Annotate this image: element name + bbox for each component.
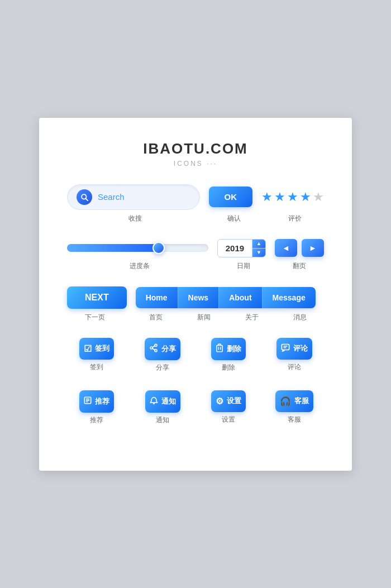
- comment-icon: [281, 343, 290, 354]
- delete-label-btn: 删除: [227, 344, 241, 354]
- rating-stars[interactable]: ★ ★ ★ ★ ★: [261, 190, 324, 204]
- support-icon: 🎧: [280, 396, 291, 407]
- progress-bar-wrap[interactable]: [67, 244, 208, 252]
- nav-tabs[interactable]: Home News About Message: [136, 287, 316, 308]
- checkin-icon: ☑: [84, 343, 92, 354]
- tab-home-label: 首页: [149, 313, 163, 322]
- tabs-labels: 首页 新闻 关于 消息: [132, 313, 324, 322]
- next-button[interactable]: NEXT: [67, 286, 127, 309]
- notify-label-btn: 通知: [161, 396, 176, 407]
- svg-rect-13: [282, 344, 289, 350]
- notify-sub-label: 通知: [156, 415, 169, 425]
- star-2: ★: [274, 190, 285, 204]
- section-actions-2: 推荐 推荐 通知 通知: [67, 390, 324, 425]
- pagination-label: 翻页: [275, 261, 324, 271]
- row-search: Search OK ★ ★ ★ ★ ★: [67, 184, 324, 210]
- row-nav: NEXT Home News About Message: [67, 286, 324, 309]
- next-icon: ►: [309, 243, 317, 252]
- section-search: Search OK ★ ★ ★ ★ ★ 收搜 确认 评价: [67, 184, 324, 223]
- delete-sub-label: 删除: [222, 363, 235, 372]
- notify-button[interactable]: 通知: [145, 390, 180, 413]
- recommend-label-btn: 推荐: [95, 396, 109, 407]
- next-page-button[interactable]: ►: [302, 239, 324, 257]
- settings-label-btn: 设置: [227, 396, 241, 406]
- notify-icon: [150, 396, 158, 407]
- row-search-labels: 收搜 确认 评价: [67, 214, 324, 223]
- section-progress: 2019 ▲ ▼ ◄ ► 进度条 日期 翻页: [67, 239, 324, 271]
- action-col-notify: 通知 通知: [133, 390, 192, 425]
- svg-line-5: [152, 348, 155, 350]
- progress-label: 进度条: [67, 261, 212, 271]
- star-3: ★: [287, 190, 298, 204]
- progress-track: [67, 244, 208, 252]
- site-title: IBAOTU.COM: [67, 140, 324, 157]
- delete-icon: [216, 343, 223, 355]
- settings-icon: ⚙: [216, 396, 223, 407]
- comment-label-btn: 评论: [293, 343, 308, 353]
- prev-page-button[interactable]: ◄: [275, 239, 297, 257]
- action-col-share: 分享 分享: [133, 338, 192, 372]
- tab-about-label: 关于: [245, 313, 259, 322]
- site-subtitle: ICONS ···: [67, 160, 324, 168]
- comment-sub-label: 评论: [288, 362, 301, 372]
- page-nav[interactable]: ◄ ►: [275, 239, 324, 257]
- share-sub-label: 分享: [156, 363, 169, 372]
- header: IBAOTU.COM ICONS ···: [67, 140, 324, 168]
- section-actions-1: ☑ 签到 签到 分享 分享: [67, 338, 324, 372]
- tab-news-label: 新闻: [197, 313, 211, 322]
- next-wrap: NEXT: [67, 286, 127, 309]
- share-button[interactable]: 分享: [145, 338, 180, 360]
- date-picker[interactable]: 2019 ▲ ▼: [217, 239, 266, 257]
- share-icon: [149, 343, 158, 355]
- delete-button[interactable]: 删除: [211, 338, 246, 360]
- progress-thumb[interactable]: [152, 242, 165, 254]
- star-4: ★: [300, 190, 311, 204]
- svg-rect-7: [217, 345, 222, 351]
- action-grid-1: ☑ 签到 签到 分享 分享: [67, 338, 324, 372]
- svg-point-3: [150, 347, 152, 349]
- action-col-settings: ⚙ 设置 设置: [199, 390, 258, 425]
- rating-label: 评价: [265, 214, 324, 223]
- svg-line-1: [86, 198, 88, 200]
- settings-sub-label: 设置: [222, 415, 235, 424]
- tab-home[interactable]: Home: [136, 287, 178, 308]
- date-up-button[interactable]: ▲: [252, 240, 265, 248]
- row-nav-labels: 下一页 首页 新闻 关于 消息: [67, 313, 324, 322]
- settings-button[interactable]: ⚙ 设置: [211, 390, 246, 412]
- search-bar[interactable]: Search: [67, 184, 200, 210]
- support-button[interactable]: 🎧 客服: [275, 390, 313, 412]
- action-col-comment: 评论 评论: [265, 338, 324, 372]
- star-5-empty: ★: [313, 190, 324, 204]
- recommend-sub-label: 推荐: [90, 415, 103, 425]
- comment-button[interactable]: 评论: [276, 338, 312, 360]
- tab-about[interactable]: About: [219, 287, 262, 308]
- svg-point-2: [155, 344, 157, 346]
- support-label-btn: 客服: [294, 396, 309, 406]
- search-label: 收搜: [67, 214, 203, 223]
- share-label-btn: 分享: [161, 344, 176, 354]
- search-text: Search: [98, 192, 125, 202]
- progress-fill: [67, 244, 159, 252]
- support-sub-label: 客服: [288, 415, 301, 424]
- action-col-support: 🎧 客服 客服: [265, 390, 324, 425]
- tab-message[interactable]: Message: [263, 287, 316, 308]
- date-arrows: ▲ ▼: [252, 240, 265, 257]
- tab-news[interactable]: News: [178, 287, 220, 308]
- date-label: 日期: [221, 261, 266, 271]
- ok-button[interactable]: OK: [209, 187, 253, 207]
- recommend-button[interactable]: 推荐: [79, 390, 114, 413]
- prev-icon: ◄: [282, 243, 290, 252]
- checkin-sub-label: 签到: [90, 362, 103, 372]
- recommend-icon: [84, 396, 92, 407]
- checkin-button[interactable]: ☑ 签到: [79, 338, 114, 360]
- action-col-recommend: 推荐 推荐: [67, 390, 126, 425]
- action-grid-2: 推荐 推荐 通知 通知: [67, 390, 324, 425]
- row-progress-labels: 进度条 日期 翻页: [67, 261, 324, 271]
- date-down-button[interactable]: ▼: [252, 248, 265, 257]
- action-col-checkin: ☑ 签到 签到: [67, 338, 126, 372]
- main-card: IBAOTU.COM ICONS ··· Search OK ★ ★: [39, 118, 352, 471]
- next-label: 下一页: [67, 313, 123, 322]
- svg-point-21: [153, 403, 154, 404]
- date-value: 2019: [218, 240, 252, 256]
- row-progress: 2019 ▲ ▼ ◄ ►: [67, 239, 324, 257]
